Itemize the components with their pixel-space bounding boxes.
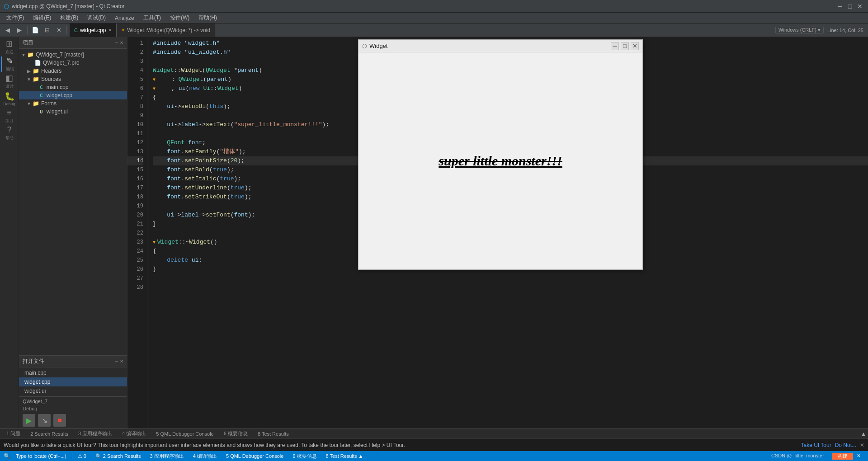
preview-titlebar: ⬡ Widget ─ □ ✕ [359,40,642,52]
code-line-27 [153,274,868,283]
build-button[interactable]: 构建 [832,453,853,460]
close-button[interactable]: ✕ [855,2,864,11]
fold-arrow-5: ▼ [153,76,156,83]
title-text: widget.cpp @ QWidget_7 [master] - Qt Cre… [12,3,125,9]
line-4: 4 [127,66,143,75]
sidebar-welcome[interactable]: ⊞ 欢迎 [1,39,18,55]
tree-label-pro: QWidget_7.pro [43,60,80,66]
menu-edit[interactable]: 编辑(E) [28,13,56,23]
line-5: 5 [127,75,143,84]
folder-icon-headers: 📁 [33,68,39,74]
notification-bar: Would you like to take a quick UI tour? … [0,438,868,451]
statusbar: 🔍 Type to locate (Ctrl+...) ⚠ 0 🔍 2 Sear… [0,451,868,461]
line-27: 27 [127,274,143,283]
open-files-panel: 打开文件 ─ ✕ main.cpp widget.cpp widget.ui [19,355,127,396]
welcome-icon: ⊞ [6,39,13,49]
tab-label-widget-cpp: widget.cpp [80,27,106,33]
tree-item-root[interactable]: ▼ 📁 QWidget_7 [master] [19,51,127,59]
new-file-button[interactable]: 📄 [30,25,40,35]
sidebar-design[interactable]: ◧ 设计 [1,73,18,89]
menu-build[interactable]: 构建(B) [56,13,83,23]
notification-close[interactable]: ✕ [860,442,864,448]
split-view-button[interactable]: ⊟ [42,25,52,35]
sidebar-project[interactable]: ≡ 项目 [1,108,18,124]
maximize-button[interactable]: □ [845,2,854,11]
tab-function-signature[interactable]: ✦ Widget::Widget(QWidget *) -> void [117,24,215,37]
fold-arrow-6: ▼ [153,85,156,92]
preview-close[interactable]: ✕ [631,42,639,50]
status-general[interactable]: 6 概要信息 [289,453,320,460]
project-panel: 项目 ─ ✕ ▼ 📁 QWidget_7 [master] 📄 QWidget_… [19,37,127,428]
editor-tab-bar: C widget.cpp ✕ ✦ Widget::Widget(QWidget … [70,24,774,37]
status-compile[interactable]: 4 编译输出 [189,453,221,460]
project-close-button[interactable]: ✕ [120,40,123,45]
preview-app-icon: ⬡ [362,43,367,49]
open-files-close[interactable]: ✕ [120,359,123,364]
tab-test-results[interactable]: 8 Test Results [253,430,293,437]
line-17: 17 [127,183,143,193]
tree-label-forms: Forms [41,100,57,107]
tree-item-widgetcpp[interactable]: C widget.cpp [19,91,127,99]
close-editor-button[interactable]: ✕ [54,25,64,35]
preview-minimize[interactable]: ─ [611,42,619,50]
menu-analyze[interactable]: Analyze [110,14,139,22]
preview-label: super little monster!!! [439,153,562,169]
take-tour-button[interactable]: Take UI Tour [801,442,831,448]
run-button[interactable]: ▶ [23,414,35,427]
status-app-output[interactable]: 3 应用程序输出 [146,453,188,460]
tree-item-headers[interactable]: ▶ 📁 Headers [19,67,127,75]
forward-button[interactable]: ▶ [14,25,24,35]
back-button[interactable]: ◀ [3,25,13,35]
do-not-button[interactable]: Do Not... [835,442,856,448]
tree-item-forms[interactable]: ▼ 📁 Forms [19,99,127,108]
status-sep-1 [72,453,72,459]
open-files-collapse[interactable]: ─ [115,359,118,364]
tab-close-widget-cpp[interactable]: ✕ [108,28,112,33]
toolbar: ◀ ▶ 📄 ⊟ ✕ C widget.cpp ✕ ✦ Widget::Widge… [0,24,868,37]
tree-item-sources[interactable]: ▼ 📁 Sources [19,75,127,83]
sidebar-debug[interactable]: 🐛 Debug [1,90,18,107]
tab-issues[interactable]: 1 问题 [2,429,25,438]
step-button[interactable]: ↘ [38,414,51,427]
status-test[interactable]: 8 Test Results ▲ [322,453,367,459]
close-notification[interactable]: ✕ [853,453,864,460]
menu-tools[interactable]: 工具(T) [139,13,165,23]
tree-label-root: QWidget_7 [master] [36,52,84,58]
menu-controls[interactable]: 控件(W) [165,13,194,23]
minimize-button[interactable]: ─ [835,2,844,11]
open-file-widgetcpp[interactable]: widget.cpp [19,377,127,386]
pro-icon: 📄 [34,60,41,66]
tab-widget-cpp[interactable]: C widget.cpp ✕ [70,24,117,37]
line-3: 3 [127,57,143,66]
bottom-tabs-arrow[interactable]: ▲ [861,431,866,437]
tab-search-results[interactable]: 2 Search Results [26,430,73,437]
status-search-results[interactable]: 🔍 2 Search Results [92,453,145,459]
stop-button[interactable]: ■ [53,414,66,427]
status-qml[interactable]: 5 QML Debugger Console [222,453,287,459]
tab-app-output[interactable]: 3 应用程序输出 [74,429,117,438]
project-collapse-button[interactable]: ─ [115,40,118,45]
tab-general-info[interactable]: 6 概要信息 [219,429,252,438]
encoding-select[interactable]: Windows (CRLF) ▾ [775,27,824,33]
tree-item-pro[interactable]: 📄 QWidget_7.pro [19,59,127,67]
menu-debug[interactable]: 调试(D) [83,13,110,23]
preview-maximize[interactable]: □ [621,42,629,50]
status-search[interactable]: Type to locate (Ctrl+...) [12,453,70,459]
debug-mode-label: Debug [23,406,123,411]
status-issues[interactable]: ⚠ 0 [74,453,90,459]
sidebar-edit[interactable]: ✎ 编辑 [1,56,18,72]
tab-qml-debug[interactable]: 5 QML Debugger Console [151,430,218,437]
tree-item-maincpp[interactable]: C main.cpp [19,83,127,91]
menu-file[interactable]: 文件(F) [2,13,28,23]
open-file-maincpp[interactable]: main.cpp [19,368,127,377]
line-12: 12 [127,138,143,147]
line-7: 7 [127,93,143,102]
open-file-widgetui[interactable]: widget.ui [19,386,127,395]
preview-title: Widget [369,42,608,49]
menu-help[interactable]: 帮助(H) [194,13,222,23]
tab-compile-output[interactable]: 4 编译输出 [118,429,151,438]
bottom-tabs: 1 问题 2 Search Results 3 应用程序输出 4 编译输出 5 … [0,428,868,438]
tree-item-widgetui[interactable]: U widget.ui [19,108,127,116]
line-20: 20 [127,211,143,220]
sidebar-help[interactable]: ? 帮助 [1,125,18,141]
